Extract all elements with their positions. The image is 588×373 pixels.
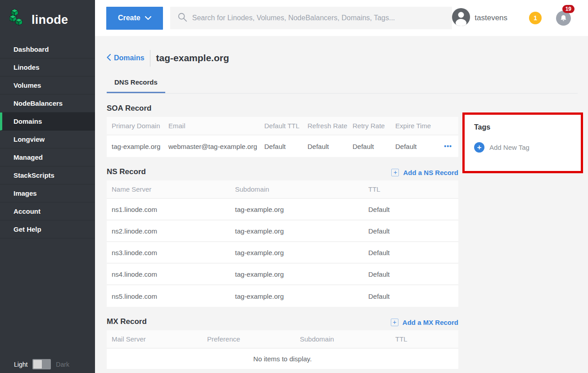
ns-ttl: Default (368, 292, 458, 300)
page-title: tag-example.org (156, 53, 229, 63)
ns-subdomain: tag-example.org (235, 227, 368, 235)
theme-dark-label: Dark (56, 361, 69, 368)
soa-section-title: SOA Record (107, 104, 152, 113)
add-mx-record-button[interactable]: + Add a MX Record (391, 319, 458, 326)
ns-table-header: Name Server Subdomain TTL (107, 180, 458, 199)
ns-ttl: Default (368, 206, 458, 213)
column-header: Preference (207, 335, 300, 343)
main-content: Domains tag-example.org DNS Records SOA … (95, 36, 588, 373)
column-header: TTL (395, 335, 458, 343)
soa-expire-time: Default (395, 143, 440, 150)
ns-subdomain: tag-example.org (235, 270, 368, 278)
sidebar-item-dashboard[interactable]: Dashboard (0, 40, 95, 58)
search-icon (177, 12, 187, 24)
sidebar-item-label: NodeBalancers (14, 99, 63, 107)
ns-name-server: ns4.linode.com (112, 270, 235, 278)
ns-subdomain: tag-example.org (235, 249, 368, 256)
events-count: 1 (534, 14, 537, 22)
sidebar-item-domains[interactable]: Domains (0, 112, 95, 130)
mx-section-header: MX Record + Add a MX Record (107, 317, 458, 326)
soa-table-row: tag-example.org webmaster@tag-example.or… (107, 135, 458, 157)
sidebar-nav: Dashboard Linodes Volumes NodeBalancers … (0, 40, 95, 238)
breadcrumb-back-label: Domains (114, 54, 145, 62)
ns-ttl: Default (368, 270, 458, 278)
sidebar-item-stackscripts[interactable]: StackScripts (0, 166, 95, 184)
soa-table-header: Primary Domain Email Default TTL Refresh… (107, 117, 458, 135)
avatar (452, 8, 470, 28)
breadcrumb: Domains tag-example.org (107, 49, 588, 67)
soa-email: webmaster@tag-example.org (168, 143, 264, 150)
sidebar-item-nodebalancers[interactable]: NodeBalancers (0, 94, 95, 112)
ns-table-row: ns5.linode.com tag-example.org Default (107, 285, 458, 307)
notifications-button[interactable]: 19 (556, 11, 571, 26)
tab-bar: DNS Records (107, 78, 578, 94)
theme-toggle-knob (33, 360, 42, 369)
soa-retry-rate: Default (353, 143, 395, 150)
ns-table: Name Server Subdomain TTL ns1.linode.com… (107, 180, 458, 307)
column-header: Expire Time (395, 122, 440, 130)
sidebar-item-managed[interactable]: Managed (0, 148, 95, 166)
create-button-label: Create (118, 14, 140, 22)
search-input[interactable] (192, 14, 445, 22)
sidebar-item-label: Longview (14, 135, 45, 143)
events-badge[interactable]: 1 (529, 12, 542, 24)
mx-empty-state: No items to display. (107, 349, 458, 369)
plus-square-icon: + (391, 319, 398, 326)
sidebar-item-longview[interactable]: Longview (0, 130, 95, 148)
sidebar-item-linodes[interactable]: Linodes (0, 58, 95, 76)
ns-name-server: ns5.linode.com (112, 292, 235, 300)
linode-logo[interactable]: linode (0, 0, 95, 40)
ns-name-server: ns3.linode.com (112, 249, 235, 256)
ns-section-title: NS Record (107, 167, 146, 176)
ns-name-server: ns1.linode.com (112, 206, 235, 213)
soa-default-ttl: Default (264, 143, 308, 150)
sidebar-item-label: Images (14, 189, 37, 197)
topbar: Create tastevens 1 (95, 0, 588, 36)
ns-ttl: Default (368, 249, 458, 256)
sidebar-item-images[interactable]: Images (0, 184, 95, 202)
chevron-down-icon (145, 14, 151, 22)
user-menu[interactable]: tastevens (452, 8, 507, 28)
username: tastevens (475, 13, 507, 22)
theme-light-label: Light (14, 361, 27, 368)
global-search[interactable] (170, 7, 452, 29)
breadcrumb-divider (150, 50, 150, 67)
ns-table-row: ns1.linode.com tag-example.org Default (107, 199, 458, 220)
theme-toggle-switch[interactable] (32, 359, 51, 369)
column-header: Subdomain (235, 185, 368, 193)
ns-table-row: ns3.linode.com tag-example.org Default (107, 242, 458, 264)
column-header: Email (168, 122, 264, 130)
tab-dns-records[interactable]: DNS Records (107, 78, 165, 93)
add-ns-record-button[interactable]: + Add a NS Record (391, 169, 458, 176)
column-header: Primary Domain (112, 122, 168, 130)
sidebar-item-volumes[interactable]: Volumes (0, 76, 95, 94)
create-button[interactable]: Create (106, 7, 163, 30)
mx-section-title: MX Record (107, 317, 147, 326)
soa-primary-domain: tag-example.org (112, 143, 168, 150)
plus-square-icon: + (391, 169, 399, 176)
ns-section-header: NS Record + Add a NS Record (107, 167, 458, 176)
soa-refresh-rate: Default (308, 143, 353, 150)
notifications-count-badge: 19 (562, 5, 574, 13)
ns-name-server: ns2.linode.com (112, 227, 235, 235)
mx-table-header: Mail Server Preference Subdomain TTL (107, 330, 458, 349)
sidebar-item-label: Linodes (14, 63, 40, 71)
sidebar-item-get-help[interactable]: Get Help (0, 220, 95, 238)
ns-ttl: Default (368, 227, 458, 235)
breadcrumb-back-link[interactable]: Domains (107, 54, 145, 63)
ns-subdomain: tag-example.org (235, 292, 368, 300)
sidebar-item-label: StackScripts (14, 171, 54, 179)
sidebar-item-label: Managed (14, 153, 43, 161)
theme-toggle: Light Dark (0, 359, 95, 369)
soa-section-header: SOA Record (107, 104, 458, 113)
ns-subdomain: tag-example.org (235, 206, 368, 213)
sidebar-item-label: Dashboard (14, 45, 49, 53)
kebab-menu-icon[interactable]: ••• (440, 143, 458, 150)
column-header: Refresh Rate (308, 122, 353, 130)
column-header: TTL (368, 185, 458, 193)
mx-table: Mail Server Preference Subdomain TTL No … (107, 330, 458, 369)
add-new-tag-button[interactable]: + Add New Tag (474, 142, 581, 153)
column-header: Subdomain (300, 335, 395, 343)
column-header: Retry Rate (353, 122, 395, 130)
sidebar-item-account[interactable]: Account (0, 202, 95, 220)
